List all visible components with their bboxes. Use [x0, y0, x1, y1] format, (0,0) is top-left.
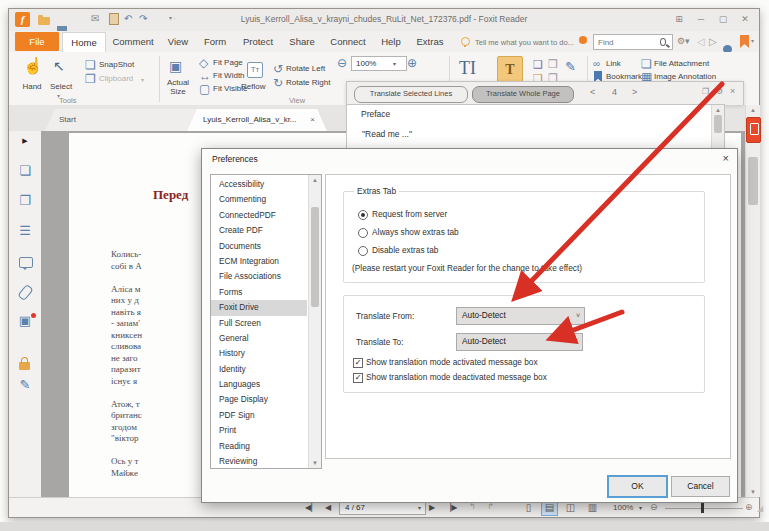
clipboard-label[interactable]: Clipboard	[99, 74, 133, 83]
tab-file[interactable]: File	[15, 32, 59, 51]
checkbox-deactivated-label[interactable]: Show translation mode deactivated messag…	[366, 372, 547, 382]
tab-start[interactable]: Start	[45, 109, 213, 131]
zoom-slider-thumb[interactable]	[701, 503, 704, 513]
close-button[interactable]: ✕	[737, 14, 753, 24]
page-dropdown-icon[interactable]: ▾	[418, 502, 421, 515]
float-window-icon[interactable]: ❐	[702, 87, 709, 96]
scrollbar-thumb[interactable]	[311, 207, 319, 307]
last-page-icon[interactable]: ▕▶	[445, 503, 457, 512]
scroll-up-icon[interactable]: ▲	[712, 107, 724, 113]
category-reading[interactable]: Reading	[211, 439, 307, 454]
category-commenting[interactable]: Commenting	[211, 192, 307, 207]
fit-visible-icon[interactable]: ▢	[199, 83, 210, 95]
undo-icon[interactable]: ↶	[124, 13, 132, 24]
paste-icon[interactable]	[109, 13, 119, 25]
radio-always-show-extras[interactable]	[358, 228, 368, 238]
category-print[interactable]: Print	[211, 423, 307, 438]
find-box[interactable]	[593, 34, 673, 50]
actual-size-icon[interactable]: ▣	[169, 60, 182, 72]
highlight-icon[interactable]: T	[497, 56, 523, 84]
category-create-pdf[interactable]: Create PDF	[211, 223, 307, 238]
radio-always-show-extras-label[interactable]: Always show extras tab	[372, 227, 459, 237]
email-icon[interactable]: ✉	[91, 13, 99, 24]
scroll-up-icon[interactable]: ▲	[746, 107, 760, 113]
gear-icon[interactable]: ⚙	[716, 87, 723, 96]
category-connectedpdf[interactable]: ConnectedPDF	[211, 208, 307, 223]
zoom-in-icon[interactable]: ⊕	[407, 57, 417, 69]
rotate-right-label[interactable]: Rotate Right	[286, 78, 330, 87]
category-reviewing[interactable]: Reviewing	[211, 454, 307, 469]
layout-grid-icon[interactable]: ⊞	[671, 14, 687, 24]
pages-panel-icon[interactable]: ❐	[9, 195, 41, 207]
category-documents[interactable]: Documents	[211, 239, 307, 254]
zoom-out-icon[interactable]: ⊖	[337, 57, 347, 69]
pencil-icon[interactable]: ✎	[565, 59, 576, 74]
category-file-associations[interactable]: File Associations	[211, 269, 307, 284]
tab-share[interactable]: Share	[283, 32, 321, 51]
image-annotation-label[interactable]: Image Annotation	[654, 72, 716, 81]
cancel-button[interactable]: Cancel	[671, 476, 730, 497]
search-icon[interactable]	[660, 38, 666, 46]
next-page-icon[interactable]: ▶	[429, 503, 435, 512]
scrollbar-thumb[interactable]	[748, 157, 758, 205]
first-page-icon[interactable]: ◀▏	[305, 503, 317, 512]
tab-home[interactable]: Home	[62, 32, 106, 52]
tab-current-document[interactable]: Lyuis_Kerroll_Alisa_v_kr... ×	[187, 109, 327, 131]
translate-selected-lines-button[interactable]: Translate Selected Lines	[354, 86, 468, 103]
reflow-label[interactable]: Reflow	[241, 82, 265, 91]
fit-page-icon[interactable]: ◇	[199, 57, 208, 69]
radio-disable-extras[interactable]	[358, 246, 368, 256]
select-tool-label[interactable]: Select	[43, 82, 79, 91]
zoom-dropdown-icon[interactable]: ▾	[639, 504, 642, 511]
attachments-panel-icon[interactable]	[17, 284, 34, 301]
tab-extras[interactable]: Extras	[409, 32, 451, 51]
fit-width-label[interactable]: Fit Width	[213, 71, 245, 80]
actual-size-label[interactable]: Actual Size	[157, 78, 199, 96]
zoom-level-box[interactable]: 100%	[351, 56, 407, 71]
bookmarks-panel-icon[interactable]: ❏	[9, 165, 41, 177]
translate-from-dropdown[interactable]: Auto-Detect ˅	[456, 307, 585, 325]
signature-panel-icon[interactable]: ✎	[9, 377, 41, 392]
document-copy-icon[interactable]: ❒	[548, 58, 558, 71]
category-accessibility[interactable]: Accessibility	[211, 177, 307, 192]
scrollbar-thumb[interactable]	[714, 115, 722, 133]
tab-form[interactable]: Form	[197, 32, 233, 51]
hand-tool-icon[interactable]: ☝	[23, 60, 43, 72]
minimize-button[interactable]: ─	[693, 14, 709, 24]
document-scrollbar[interactable]: ▲ ▼	[745, 105, 760, 497]
clipboard-icon[interactable]: ❐	[85, 73, 96, 85]
zoom-in-icon[interactable]: ⊕	[745, 502, 753, 512]
tab-connect[interactable]: Connect	[323, 32, 373, 51]
tab-view[interactable]: View	[161, 32, 195, 51]
category-ecm-integration[interactable]: ECM Integration	[211, 254, 307, 269]
bookmark-label[interactable]: Bookmark	[606, 72, 642, 81]
translate-whole-page-button[interactable]: Translate Whole Page	[472, 86, 574, 103]
foxit-red-badge-icon[interactable]	[746, 117, 761, 143]
assistant-dot-icon[interactable]	[579, 36, 587, 44]
tell-me-box[interactable]: Tell me what you want to do...	[475, 38, 574, 47]
layers-panel-icon[interactable]: ☰	[9, 225, 41, 237]
category-list-scrollbar[interactable]: ▲ ▼	[308, 175, 321, 468]
comments-panel-icon[interactable]	[19, 257, 33, 268]
snapshot-label[interactable]: SnapShot	[99, 60, 134, 69]
translate-prev-icon[interactable]: <	[590, 87, 595, 97]
forward-icon[interactable]: ▷	[709, 36, 717, 47]
tab-close-icon[interactable]: ×	[310, 109, 315, 131]
checkbox-deactivated-message[interactable]: ✓	[353, 373, 363, 383]
back-icon[interactable]: ◁	[697, 36, 705, 47]
tab-protect[interactable]: Protect	[235, 32, 281, 51]
find-options-icon[interactable]: ⚙▾	[677, 36, 690, 46]
foxit-logo-icon[interactable]: f	[15, 12, 30, 27]
quick-access-dropdown-icon[interactable]: ▾ ∙	[169, 14, 175, 21]
sidebar-expand-icon[interactable]: ▶	[9, 137, 41, 145]
reflow-icon[interactable]: Tт	[247, 62, 263, 78]
clipboard-dropdown-icon[interactable]: ▾	[141, 76, 144, 83]
previous-page-icon[interactable]: ◀	[325, 503, 331, 512]
rotate-right-icon[interactable]: ↻	[273, 77, 283, 89]
document-icon[interactable]: ❑	[533, 58, 543, 71]
rotate-left-icon[interactable]: ↺	[273, 63, 283, 75]
fit-page-label[interactable]: Fit Page	[213, 58, 243, 67]
category-history[interactable]: History	[211, 346, 307, 361]
translate-to-dropdown[interactable]: Auto-Detect ˅	[456, 333, 583, 351]
scroll-down-icon[interactable]: ▼	[309, 460, 321, 466]
